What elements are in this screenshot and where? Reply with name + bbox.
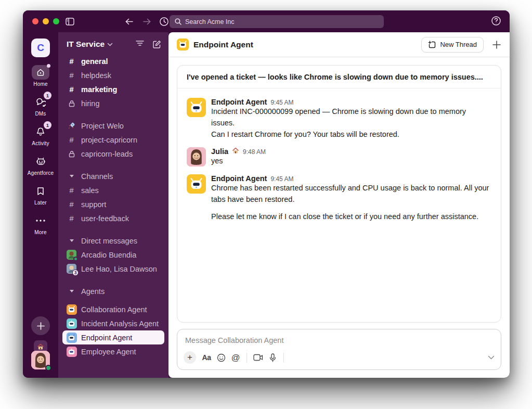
sidebar-channel-project-capricorn[interactable]: # project-capricorn [58,133,168,147]
workspace-initial: C [37,42,44,54]
window-titlebar: Search Acme Inc [23,10,510,32]
sidebar-agent-incident-analysis[interactable]: Incident Analysis Agent [58,316,168,330]
help-icon[interactable] [491,16,501,26]
julia-avatar[interactable] [187,147,206,167]
sidebar-channel-hiring[interactable]: hiring [58,96,168,110]
lock-icon [67,150,76,158]
rail-label: DMs [35,111,46,117]
message-author[interactable]: Julia [211,147,228,156]
sidebar-channel-general[interactable]: # general [58,54,168,68]
history-forward-icon[interactable] [142,18,151,25]
rail-item-home[interactable]: Home [32,65,49,87]
formatting-icon[interactable]: Aa [199,351,214,364]
sidebar-agent-employee[interactable]: Employee Agent [58,344,168,359]
send-options-chevron-icon[interactable] [488,355,495,360]
presence-active-dot [45,365,51,371]
section-channels[interactable]: Channels [58,169,168,183]
status-house-emoji [232,147,239,154]
hash-icon: # [67,85,76,94]
channel-label: capricorn-leads [81,150,133,158]
section-agents[interactable]: Agents [58,284,168,298]
sidebar-channel-user-feedback[interactable]: # user-feedback [58,211,168,225]
search-bar[interactable]: Search Acme Inc [170,15,384,28]
message-author[interactable]: Endpoint Agent [211,98,267,106]
activity-bell-icon: 1 [32,124,49,139]
new-thread-label: New Thread [440,41,477,48]
hash-icon: # [67,57,76,66]
section-direct-messages[interactable]: Direct messages [58,234,168,248]
home-unread-dot [47,64,50,68]
user-avatar [31,351,50,369]
traffic-lights [32,18,59,24]
message-timestamp[interactable]: 9:45 AM [270,175,293,183]
add-tab-icon[interactable] [492,40,501,49]
thread-card: I've opened a ticket — looks like Chrome… [177,65,501,323]
sidebar-dm-lee-hao-lisa-dawson[interactable]: 3 Lee Hao, Lisa Dawson [58,262,168,276]
zoom-window-button[interactable] [53,18,59,24]
user-profile[interactable] [31,340,50,369]
workspace-switcher[interactable]: C [31,39,50,57]
caret-down-icon [67,175,76,177]
workspace-menu[interactable]: IT Service [67,40,113,49]
workspace-name: IT Service [67,40,105,49]
hash-icon: # [67,214,76,223]
mic-icon[interactable] [265,351,280,364]
create-new-button[interactable] [31,316,50,335]
history-clock-icon[interactable] [159,17,169,27]
search-placeholder: Search Acme Inc [185,18,235,25]
minimize-window-button[interactable] [43,18,49,24]
dm-group-avatar: 3 [67,264,76,274]
history-back-icon[interactable] [125,18,134,25]
sidebar-channel-helpdesk[interactable]: # helpdesk [58,68,168,82]
sidebar-channel-capricorn-leads[interactable]: capricorn-leads [58,147,168,161]
rail-item-agentforce[interactable]: Agentforce [28,154,54,176]
sidebar-dm-arcadio-buendia[interactable]: Arcadio Buendia [58,248,168,262]
channel-label: hiring [81,99,99,108]
message-text: Can I restart Chrome for you? Your tabs … [211,129,491,140]
message-timestamp[interactable]: 9:45 AM [270,99,293,106]
attach-plus-icon[interactable]: + [184,351,196,364]
rail-item-later[interactable]: Later [32,184,49,206]
chevron-down-icon [107,42,113,47]
rail-item-more[interactable]: More [32,213,49,235]
rail-item-dms[interactable]: 1 DMs [32,95,49,117]
channel-label: marketing [81,85,117,94]
sidebar-agent-collaboration[interactable]: Collaboration Agent [58,302,168,316]
hash-icon: # [67,200,76,209]
robot-agent-icon [67,347,76,357]
mention-icon[interactable]: @ [228,351,243,364]
rail-label: Activity [32,140,49,146]
sidebar-toggle-icon[interactable] [66,18,74,25]
sidebar-channel-marketing[interactable]: # marketing [58,82,168,96]
dm-label: Lee Hao, Lisa Dawson [81,265,157,273]
message: Julia 9:48 AM yes [187,147,491,167]
close-window-button[interactable] [32,18,38,24]
unread-badge: 1 [44,121,51,129]
filter-icon[interactable] [136,40,144,49]
robot-agent-icon [67,304,76,315]
message-author[interactable]: Endpoint Agent [211,174,267,183]
conversation-title: Endpoint Agent [193,40,253,49]
rail-item-activity[interactable]: 1 Activity [32,124,49,146]
message-timestamp[interactable]: 9:48 AM [243,148,266,156]
dms-icon: 1 [32,95,49,109]
emoji-icon[interactable] [214,351,228,364]
sidebar-channel-support[interactable]: # support [58,197,168,211]
section-title: Direct messages [81,237,137,245]
message-text: Incident INC-000000099 opened — Chrome i… [211,106,491,129]
section-title: Agents [81,287,105,296]
search-icon [175,18,181,25]
sidebar-agent-endpoint[interactable]: Endpoint Agent [62,330,164,344]
hash-icon: # [67,186,76,195]
endpoint-agent-avatar[interactable] [187,174,206,194]
video-icon[interactable] [251,351,265,364]
message-input[interactable]: Message Collaboration Agent [177,329,501,348]
sidebar-channel-sales[interactable]: # sales [58,183,168,197]
sidebar-item-project-welo[interactable]: Project Welo [58,119,168,133]
compose-icon[interactable] [152,40,161,49]
channel-label: general [81,57,108,66]
channel-label: user-feedback [81,214,129,223]
endpoint-agent-avatar[interactable] [187,98,206,117]
new-thread-button[interactable]: New Thread [421,37,484,53]
section-title: Channels [81,172,113,181]
